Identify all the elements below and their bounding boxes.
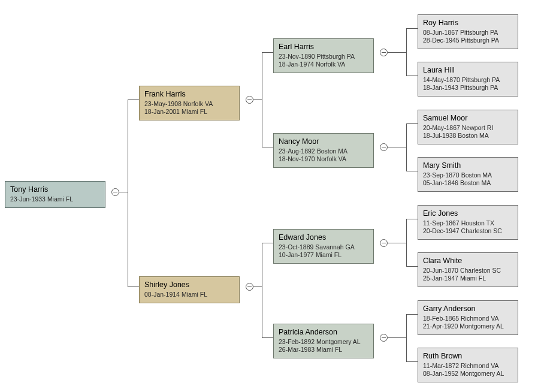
connector [406, 314, 407, 362]
person-card-mother[interactable]: Shirley Jones 08-Jan-1914 Miami FL [139, 276, 240, 303]
collapse-icon[interactable] [380, 334, 388, 342]
person-death: 18-Jan-1943 Pittsburgh PA [423, 84, 513, 92]
person-name: Eric Jones [423, 209, 513, 218]
person-birth: 23-Aug-1892 Boston MA [279, 147, 368, 155]
connector [406, 76, 418, 76]
connector [406, 123, 407, 171]
connector [388, 243, 406, 243]
person-birth: 23-Feb-1892 Montgomery AL [279, 338, 368, 346]
person-name: Roy Harris [423, 19, 513, 27]
person-death: 05-Jan-1846 Boston MA [423, 179, 513, 187]
connector [388, 52, 406, 53]
person-card-ggp2[interactable]: Laura Hill 14-May-1870 Pittsburgh PA 18-… [418, 62, 518, 97]
connector [406, 361, 418, 362]
connector [406, 123, 418, 124]
person-birth: 20-May-1867 Newport RI [423, 124, 513, 132]
person-name: Ruth Brown [423, 352, 513, 360]
person-death: 18-Nov-1970 Norfolk VA [279, 155, 368, 163]
person-birth: 20-Jun-1870 Charleston SC [423, 267, 513, 275]
connector [262, 147, 273, 147]
person-birth: 18-Feb-1865 Richmond VA [423, 315, 513, 322]
collapse-icon[interactable] [380, 239, 388, 247]
connector [406, 171, 418, 171]
person-death: 26-Mar-1983 Miami FL [279, 346, 368, 354]
person-birth: 11-Mar-1872 Richmond VA [423, 362, 513, 370]
person-card-ggp4[interactable]: Mary Smith 23-Sep-1870 Boston MA 05-Jan-… [418, 157, 518, 192]
person-name: Edward Jones [279, 233, 368, 242]
person-name: Clara White [423, 257, 513, 265]
person-death: 21-Apr-1920 Montgomery AL [423, 322, 513, 330]
connector [406, 314, 418, 315]
person-birth: 08-Jun-1867 Pittsburgh PA [423, 29, 513, 37]
person-card-pgm[interactable]: Nancy Moor 23-Aug-1892 Boston MA 18-Nov-… [273, 133, 374, 168]
person-birth: 23-Jun-1933 Miami FL [10, 195, 100, 203]
person-card-pgf[interactable]: Earl Harris 23-Nov-1890 Pittsburgh PA 18… [273, 38, 374, 73]
person-card-ggp8[interactable]: Ruth Brown 11-Mar-1872 Richmond VA 08-Ja… [418, 348, 518, 382]
person-name: Laura Hill [423, 66, 513, 74]
connector [128, 99, 128, 287]
connector [262, 337, 273, 338]
person-card-mgm[interactable]: Patricia Anderson 23-Feb-1892 Montgomery… [273, 324, 374, 358]
person-birth: 23-Oct-1889 Savannah GA [279, 243, 368, 251]
pedigree-chart: Tony Harris 23-Jun-1933 Miami FL Frank H… [0, 0, 541, 392]
person-name: Samuel Moor [423, 114, 513, 122]
person-death: 08-Jan-1952 Montgomery AL [423, 370, 513, 378]
collapse-icon[interactable] [380, 49, 388, 56]
person-death: 18-Jan-2001 Miami FL [144, 108, 234, 116]
collapse-icon[interactable] [111, 188, 119, 196]
person-death: 18-Jul-1938 Boston MA [423, 132, 513, 140]
person-name: Tony Harris [10, 185, 100, 194]
connector [128, 99, 139, 100]
person-death: 10-Jan-1977 Miami FL [279, 251, 368, 259]
collapse-icon[interactable] [380, 143, 388, 151]
person-death: 20-Dec-1947 Charleston SC [423, 227, 513, 235]
person-death: 25-Jan-1947 Miami FL [423, 275, 513, 282]
person-card-mgf[interactable]: Edward Jones 23-Oct-1889 Savannah GA 10-… [273, 229, 374, 264]
person-card-root[interactable]: Tony Harris 23-Jun-1933 Miami FL [5, 181, 105, 208]
person-name: Nancy Moor [279, 137, 368, 146]
person-card-ggp3[interactable]: Samuel Moor 20-May-1867 Newport RI 18-Ju… [418, 110, 518, 144]
person-name: Frank Harris [144, 90, 234, 98]
collapse-icon[interactable] [246, 283, 253, 291]
connector [262, 243, 273, 243]
connector [253, 287, 262, 287]
person-death: 18-Jan-1974 Norfolk VA [279, 61, 368, 68]
person-birth: 23-May-1908 Norfolk VA [144, 100, 234, 108]
person-name: Patricia Anderson [279, 328, 368, 336]
connector [388, 147, 406, 147]
person-name: Earl Harris [279, 43, 368, 51]
connector [406, 219, 407, 267]
connector [262, 52, 273, 53]
person-card-father[interactable]: Frank Harris 23-May-1908 Norfolk VA 18-J… [139, 86, 240, 120]
person-card-ggp5[interactable]: Eric Jones 11-Sep-1867 Houston TX 20-Dec… [418, 205, 518, 240]
collapse-icon[interactable] [246, 96, 253, 104]
person-name: Shirley Jones [144, 281, 234, 289]
person-card-ggp1[interactable]: Roy Harris 08-Jun-1867 Pittsburgh PA 28-… [418, 14, 518, 49]
connector [128, 287, 139, 287]
connector [388, 337, 406, 338]
connector [253, 99, 262, 100]
connector [262, 52, 262, 147]
person-birth: 23-Nov-1890 Pittsburgh PA [279, 53, 368, 61]
connector [406, 219, 418, 219]
person-name: Mary Smith [423, 161, 513, 170]
person-death: 28-Dec-1945 Pittsburgh PA [423, 37, 513, 44]
connector [119, 192, 128, 192]
person-name: Garry Anderson [423, 304, 513, 313]
person-birth: 23-Sep-1870 Boston MA [423, 171, 513, 179]
person-birth: 08-Jan-1914 Miami FL [144, 291, 234, 298]
connector [406, 28, 418, 29]
person-birth: 14-May-1870 Pittsburgh PA [423, 76, 513, 84]
person-card-ggp6[interactable]: Clara White 20-Jun-1870 Charleston SC 25… [418, 252, 518, 287]
connector [406, 28, 407, 76]
connector [406, 266, 418, 267]
connector [262, 243, 262, 338]
person-card-ggp7[interactable]: Garry Anderson 18-Feb-1865 Richmond VA 2… [418, 300, 518, 335]
person-birth: 11-Sep-1867 Houston TX [423, 219, 513, 227]
